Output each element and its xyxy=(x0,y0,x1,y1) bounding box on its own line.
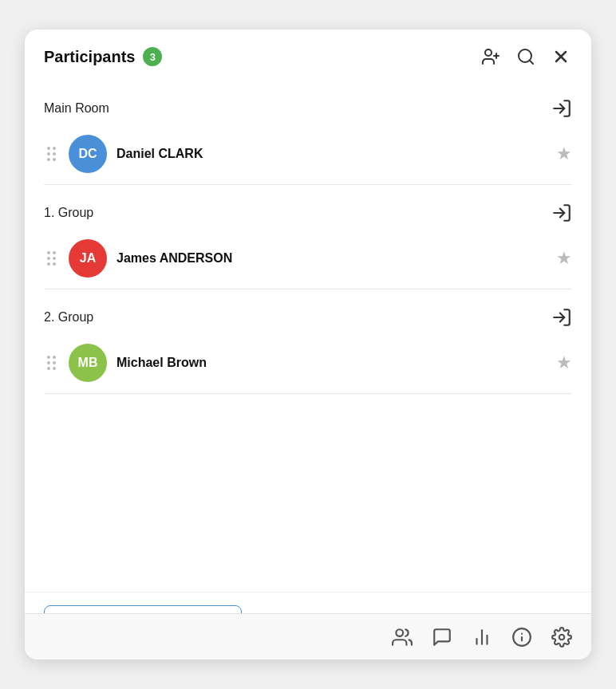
svg-point-11 xyxy=(396,629,403,636)
info-toolbar-button[interactable] xyxy=(511,627,532,648)
drag-dots xyxy=(47,147,56,161)
enter-room-icon-main xyxy=(551,98,572,119)
room-join-button-main[interactable] xyxy=(551,98,572,119)
participant-row: DC Daniel CLARK ★ xyxy=(44,127,572,185)
search-icon xyxy=(516,47,535,66)
chart-icon xyxy=(472,627,492,648)
settings-icon xyxy=(551,627,572,648)
dot xyxy=(53,356,56,359)
panel-content: Main Room xyxy=(25,81,591,592)
dot xyxy=(53,152,56,156)
dot xyxy=(47,356,50,359)
room-section-group2: 2. Group xyxy=(44,296,572,394)
room-name-main: Main Room xyxy=(44,101,109,116)
dot xyxy=(53,262,56,266)
chat-toolbar-button[interactable] xyxy=(432,627,452,648)
header-left: Participants 3 xyxy=(44,47,162,66)
svg-point-0 xyxy=(485,49,492,56)
dot xyxy=(47,367,50,370)
dot xyxy=(47,262,50,266)
svg-line-4 xyxy=(530,61,533,64)
dot xyxy=(53,158,56,161)
participant-name: James ANDERSON xyxy=(116,251,547,266)
room-header-main: Main Room xyxy=(44,87,572,127)
room-name-group1: 1. Group xyxy=(44,206,93,220)
dot xyxy=(47,147,50,150)
close-button[interactable] xyxy=(550,45,572,68)
room-join-button-group2[interactable] xyxy=(551,307,572,328)
app-container: Participants 3 xyxy=(0,0,616,689)
star-button[interactable]: ★ xyxy=(556,352,572,373)
room-section-main: Main Room xyxy=(44,87,572,185)
dot xyxy=(47,152,50,156)
enter-room-icon-group1 xyxy=(551,203,572,223)
close-icon xyxy=(551,47,571,66)
room-section-group1: 1. Group xyxy=(44,191,572,289)
drag-handle[interactable] xyxy=(44,354,59,372)
dot xyxy=(53,367,56,370)
room-name-group2: 2. Group xyxy=(44,310,93,325)
search-button[interactable] xyxy=(515,45,537,68)
avatar: DC xyxy=(69,135,107,173)
bottom-toolbar xyxy=(25,613,591,659)
panel-header: Participants 3 xyxy=(25,30,591,81)
header-icons xyxy=(480,45,572,68)
dot xyxy=(53,257,56,260)
dot xyxy=(47,251,50,254)
dot xyxy=(47,361,50,364)
svg-point-18 xyxy=(559,634,565,640)
chart-toolbar-button[interactable] xyxy=(472,627,492,648)
participant-count-badge: 3 xyxy=(143,47,162,66)
star-button[interactable]: ★ xyxy=(556,144,572,164)
room-header-group2: 2. Group xyxy=(44,296,572,336)
participants-toolbar-button[interactable] xyxy=(392,627,413,648)
info-icon xyxy=(511,627,532,648)
dot xyxy=(53,361,56,364)
participants-icon xyxy=(392,627,413,648)
participant-name: Michael Brown xyxy=(116,356,547,370)
participant-row: JA James ANDERSON ★ xyxy=(44,231,572,289)
enter-room-icon-group2 xyxy=(551,307,572,328)
room-join-button-group1[interactable] xyxy=(551,203,572,223)
dot xyxy=(53,251,56,254)
add-user-button[interactable] xyxy=(480,45,502,68)
avatar: JA xyxy=(69,239,107,278)
drag-dots xyxy=(47,356,56,370)
participants-panel: Participants 3 xyxy=(25,30,591,659)
participant-row: MB Michael Brown ★ xyxy=(44,336,572,394)
avatar: MB xyxy=(69,344,107,382)
room-header-group1: 1. Group xyxy=(44,191,572,231)
settings-toolbar-button[interactable] xyxy=(551,627,572,648)
chat-icon xyxy=(432,627,452,648)
drag-dots xyxy=(47,251,56,266)
participant-name: Daniel CLARK xyxy=(116,147,547,161)
dot xyxy=(53,147,56,150)
star-button[interactable]: ★ xyxy=(556,248,572,269)
drag-handle[interactable] xyxy=(44,145,59,163)
add-user-icon xyxy=(481,47,500,66)
panel-title: Participants xyxy=(44,48,135,66)
dot xyxy=(47,158,50,161)
drag-handle[interactable] xyxy=(44,250,59,267)
dot xyxy=(47,257,50,260)
